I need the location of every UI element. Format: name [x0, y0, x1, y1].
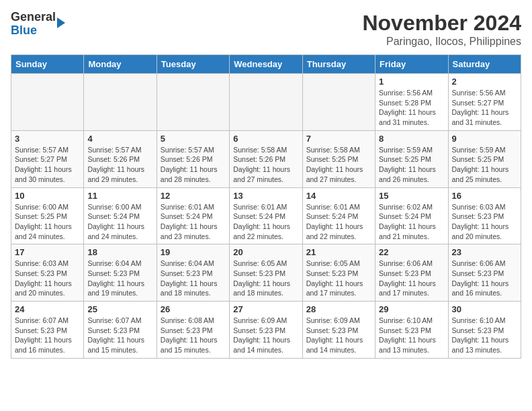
day-info: Sunrise: 6:10 AM Sunset: 5:23 PM Dayligh…	[452, 316, 517, 355]
calendar-day-cell: 2Sunrise: 5:56 AM Sunset: 5:27 PM Daylig…	[448, 74, 521, 131]
calendar-day-cell: 22Sunrise: 6:06 AM Sunset: 5:23 PM Dayli…	[375, 244, 448, 302]
calendar-day-cell: 7Sunrise: 5:58 AM Sunset: 5:25 PM Daylig…	[302, 130, 375, 187]
calendar-week-row: 10Sunrise: 6:00 AM Sunset: 5:25 PM Dayli…	[11, 187, 521, 244]
day-info: Sunrise: 6:02 AM Sunset: 5:24 PM Dayligh…	[379, 202, 444, 242]
calendar-day-cell: 8Sunrise: 5:59 AM Sunset: 5:25 PM Daylig…	[375, 130, 448, 187]
weekday-header: Thursday	[302, 55, 375, 74]
day-info: Sunrise: 5:57 AM Sunset: 5:27 PM Dayligh…	[15, 145, 80, 185]
calendar-week-row: 1Sunrise: 5:56 AM Sunset: 5:28 PM Daylig…	[11, 74, 521, 131]
day-info: Sunrise: 6:01 AM Sunset: 5:24 PM Dayligh…	[233, 202, 298, 242]
calendar-day-cell	[230, 74, 302, 131]
day-info: Sunrise: 6:05 AM Sunset: 5:23 PM Dayligh…	[233, 259, 298, 298]
day-number: 21	[306, 247, 371, 257]
calendar-day-cell: 18Sunrise: 6:04 AM Sunset: 5:23 PM Dayli…	[84, 244, 157, 302]
calendar-week-row: 3Sunrise: 5:57 AM Sunset: 5:27 PM Daylig…	[11, 130, 521, 187]
day-number: 13	[233, 191, 298, 201]
calendar-day-cell: 5Sunrise: 5:57 AM Sunset: 5:26 PM Daylig…	[157, 130, 229, 187]
calendar-header-row: SundayMondayTuesdayWednesdayThursdayFrid…	[11, 55, 521, 74]
calendar-day-cell: 13Sunrise: 6:01 AM Sunset: 5:24 PM Dayli…	[230, 187, 302, 244]
page-header: General Blue November 2024 Paringao, Ilo…	[11, 11, 521, 48]
calendar-day-cell: 28Sunrise: 6:09 AM Sunset: 5:23 PM Dayli…	[302, 302, 375, 359]
day-info: Sunrise: 5:57 AM Sunset: 5:26 PM Dayligh…	[87, 145, 152, 185]
calendar-day-cell: 9Sunrise: 5:59 AM Sunset: 5:25 PM Daylig…	[448, 130, 521, 187]
calendar-day-cell	[84, 74, 157, 131]
calendar-day-cell: 27Sunrise: 6:09 AM Sunset: 5:23 PM Dayli…	[230, 302, 302, 359]
calendar-day-cell: 1Sunrise: 5:56 AM Sunset: 5:28 PM Daylig…	[375, 74, 448, 131]
day-info: Sunrise: 6:10 AM Sunset: 5:23 PM Dayligh…	[379, 316, 444, 355]
calendar-day-cell: 29Sunrise: 6:10 AM Sunset: 5:23 PM Dayli…	[375, 302, 448, 359]
day-info: Sunrise: 6:01 AM Sunset: 5:24 PM Dayligh…	[306, 202, 371, 242]
day-info: Sunrise: 5:57 AM Sunset: 5:26 PM Dayligh…	[161, 145, 226, 185]
day-info: Sunrise: 5:56 AM Sunset: 5:28 PM Dayligh…	[379, 88, 444, 128]
day-number: 23	[452, 247, 517, 257]
weekday-header: Wednesday	[230, 55, 302, 74]
calendar-body: 1Sunrise: 5:56 AM Sunset: 5:28 PM Daylig…	[11, 74, 521, 359]
day-info: Sunrise: 6:03 AM Sunset: 5:23 PM Dayligh…	[452, 202, 517, 242]
calendar-day-cell: 25Sunrise: 6:07 AM Sunset: 5:23 PM Dayli…	[84, 302, 157, 359]
day-number: 14	[306, 191, 371, 201]
calendar-day-cell: 15Sunrise: 6:02 AM Sunset: 5:24 PM Dayli…	[375, 187, 448, 244]
weekday-header: Tuesday	[157, 55, 229, 74]
calendar-day-cell	[11, 74, 84, 131]
day-number: 18	[87, 247, 152, 257]
day-info: Sunrise: 6:09 AM Sunset: 5:23 PM Dayligh…	[233, 316, 298, 355]
calendar-day-cell: 20Sunrise: 6:05 AM Sunset: 5:23 PM Dayli…	[230, 244, 302, 302]
title-area: November 2024 Paringao, Ilocos, Philippi…	[362, 11, 521, 48]
calendar-day-cell: 17Sunrise: 6:03 AM Sunset: 5:23 PM Dayli…	[11, 244, 84, 302]
day-number: 25	[87, 304, 152, 314]
day-number: 11	[87, 191, 152, 201]
day-info: Sunrise: 6:06 AM Sunset: 5:23 PM Dayligh…	[452, 259, 517, 298]
day-number: 9	[452, 134, 517, 144]
logo: General Blue	[11, 11, 65, 38]
calendar-day-cell: 23Sunrise: 6:06 AM Sunset: 5:23 PM Dayli…	[448, 244, 521, 302]
calendar-week-row: 24Sunrise: 6:07 AM Sunset: 5:23 PM Dayli…	[11, 302, 521, 359]
day-number: 3	[15, 134, 80, 144]
calendar-day-cell: 30Sunrise: 6:10 AM Sunset: 5:23 PM Dayli…	[448, 302, 521, 359]
day-number: 6	[233, 134, 298, 144]
day-info: Sunrise: 6:00 AM Sunset: 5:25 PM Dayligh…	[15, 202, 80, 242]
calendar-day-cell	[302, 74, 375, 131]
day-number: 5	[161, 134, 226, 144]
logo-text: General Blue	[11, 11, 56, 38]
day-info: Sunrise: 5:58 AM Sunset: 5:26 PM Dayligh…	[233, 145, 298, 185]
calendar-week-row: 17Sunrise: 6:03 AM Sunset: 5:23 PM Dayli…	[11, 244, 521, 302]
calendar-day-cell: 11Sunrise: 6:00 AM Sunset: 5:24 PM Dayli…	[84, 187, 157, 244]
day-number: 7	[306, 134, 371, 144]
weekday-header: Friday	[375, 55, 448, 74]
day-number: 16	[452, 191, 517, 201]
day-number: 8	[379, 134, 444, 144]
calendar-day-cell: 24Sunrise: 6:07 AM Sunset: 5:23 PM Dayli…	[11, 302, 84, 359]
calendar-day-cell: 26Sunrise: 6:08 AM Sunset: 5:23 PM Dayli…	[157, 302, 229, 359]
calendar-day-cell: 12Sunrise: 6:01 AM Sunset: 5:24 PM Dayli…	[157, 187, 229, 244]
day-number: 29	[379, 304, 444, 314]
day-number: 12	[161, 191, 226, 201]
day-info: Sunrise: 5:59 AM Sunset: 5:25 PM Dayligh…	[452, 145, 517, 185]
day-info: Sunrise: 6:00 AM Sunset: 5:24 PM Dayligh…	[87, 202, 152, 242]
calendar-title: November 2024	[362, 11, 521, 36]
day-info: Sunrise: 6:04 AM Sunset: 5:23 PM Dayligh…	[87, 259, 152, 298]
day-info: Sunrise: 6:07 AM Sunset: 5:23 PM Dayligh…	[15, 316, 80, 355]
day-number: 26	[161, 304, 226, 314]
day-number: 20	[233, 247, 298, 257]
logo-icon	[57, 17, 65, 28]
day-number: 27	[233, 304, 298, 314]
day-number: 28	[306, 304, 371, 314]
calendar-day-cell: 14Sunrise: 6:01 AM Sunset: 5:24 PM Dayli…	[302, 187, 375, 244]
weekday-header: Sunday	[11, 55, 84, 74]
day-info: Sunrise: 6:09 AM Sunset: 5:23 PM Dayligh…	[306, 316, 371, 355]
calendar-day-cell: 21Sunrise: 6:05 AM Sunset: 5:23 PM Dayli…	[302, 244, 375, 302]
day-info: Sunrise: 6:07 AM Sunset: 5:23 PM Dayligh…	[87, 316, 152, 355]
calendar-day-cell: 16Sunrise: 6:03 AM Sunset: 5:23 PM Dayli…	[448, 187, 521, 244]
calendar-day-cell: 10Sunrise: 6:00 AM Sunset: 5:25 PM Dayli…	[11, 187, 84, 244]
day-info: Sunrise: 6:08 AM Sunset: 5:23 PM Dayligh…	[161, 316, 226, 355]
day-number: 24	[15, 304, 80, 314]
day-number: 2	[452, 77, 517, 87]
day-info: Sunrise: 6:05 AM Sunset: 5:23 PM Dayligh…	[306, 259, 371, 298]
calendar-day-cell	[157, 74, 229, 131]
calendar-day-cell: 19Sunrise: 6:04 AM Sunset: 5:23 PM Dayli…	[157, 244, 229, 302]
day-info: Sunrise: 6:03 AM Sunset: 5:23 PM Dayligh…	[15, 259, 80, 298]
day-info: Sunrise: 5:56 AM Sunset: 5:27 PM Dayligh…	[452, 88, 517, 128]
day-number: 1	[379, 77, 444, 87]
day-info: Sunrise: 6:01 AM Sunset: 5:24 PM Dayligh…	[161, 202, 226, 242]
day-info: Sunrise: 5:58 AM Sunset: 5:25 PM Dayligh…	[306, 145, 371, 185]
